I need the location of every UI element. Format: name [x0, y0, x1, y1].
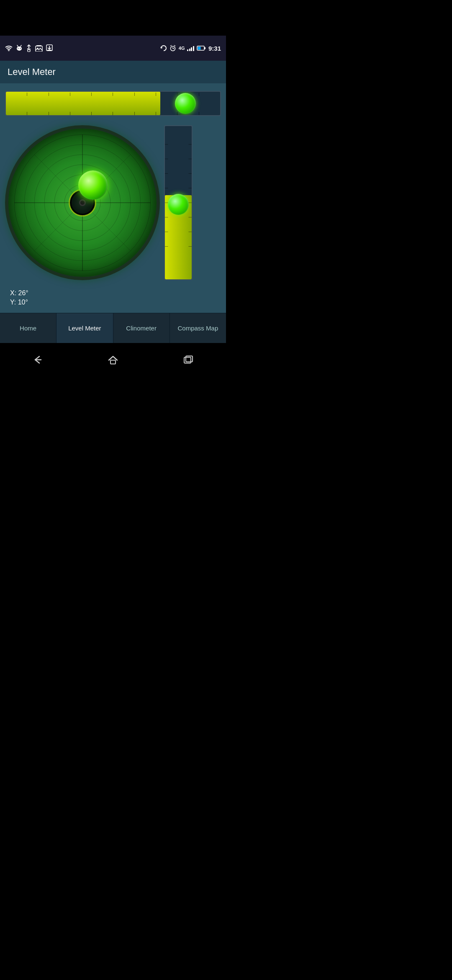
- 4g-label: 4G: [179, 46, 185, 51]
- nav-home[interactable]: Home: [0, 313, 56, 343]
- alarm-icon: [170, 45, 176, 52]
- nav-clinometer[interactable]: Clinometer: [113, 313, 170, 343]
- circle-bubble: [78, 170, 108, 200]
- circular-level: [5, 125, 160, 280]
- main-content: X: 26° Y: 10°: [0, 83, 226, 313]
- middle-section: [0, 121, 226, 284]
- usb-icon: [26, 44, 32, 52]
- svg-point-1: [17, 46, 22, 51]
- svg-line-5: [21, 45, 21, 46]
- svg-line-20: [174, 45, 175, 46]
- status-icons-right: 4G 9:31: [160, 45, 221, 52]
- nav-level-meter[interactable]: Level Meter: [56, 313, 113, 343]
- svg-point-9: [28, 49, 30, 52]
- signal-icon: [187, 45, 194, 51]
- android-icon: [16, 44, 23, 52]
- svg-point-2: [18, 48, 19, 49]
- page-title: Level Meter: [8, 67, 56, 77]
- v-ticks-svg: [165, 126, 192, 279]
- title-bar: Level Meter: [0, 61, 226, 83]
- y-reading: Y: 10°: [10, 299, 216, 306]
- system-nav-bar: [0, 343, 226, 377]
- svg-line-19: [170, 45, 172, 46]
- battery-icon: [197, 46, 206, 51]
- recents-button[interactable]: [182, 355, 194, 365]
- time-display: 9:31: [208, 45, 221, 52]
- nav-compass-map[interactable]: Compass Map: [170, 313, 226, 343]
- svg-rect-11: [36, 45, 41, 46]
- wifi-icon: [5, 45, 13, 51]
- svg-rect-51: [110, 360, 116, 364]
- app-area: Level Meter: [0, 61, 226, 343]
- h-ticks-bottom: [6, 111, 220, 115]
- x-reading: X: 26°: [10, 289, 216, 297]
- readings-container: X: 26° Y: 10°: [0, 284, 226, 313]
- bottom-nav: Home Level Meter Clinometer Compass Map: [0, 313, 226, 343]
- horizontal-level-meter: [5, 91, 221, 116]
- svg-line-4: [17, 45, 18, 46]
- gallery-icon: [35, 45, 43, 52]
- status-icons-left: [5, 44, 53, 52]
- download-icon: [46, 44, 53, 52]
- svg-rect-23: [204, 47, 205, 49]
- rotate-icon: [160, 45, 167, 52]
- svg-rect-10: [36, 46, 42, 52]
- svg-rect-22: [198, 47, 200, 50]
- circle-outer: [5, 125, 160, 280]
- center-dot: [79, 199, 86, 206]
- back-button[interactable]: [32, 355, 44, 365]
- svg-point-0: [8, 50, 10, 52]
- vertical-level-meter: [164, 125, 193, 280]
- home-button[interactable]: [107, 355, 119, 365]
- status-bar: 4G 9:31: [0, 36, 226, 61]
- svg-point-3: [20, 48, 21, 49]
